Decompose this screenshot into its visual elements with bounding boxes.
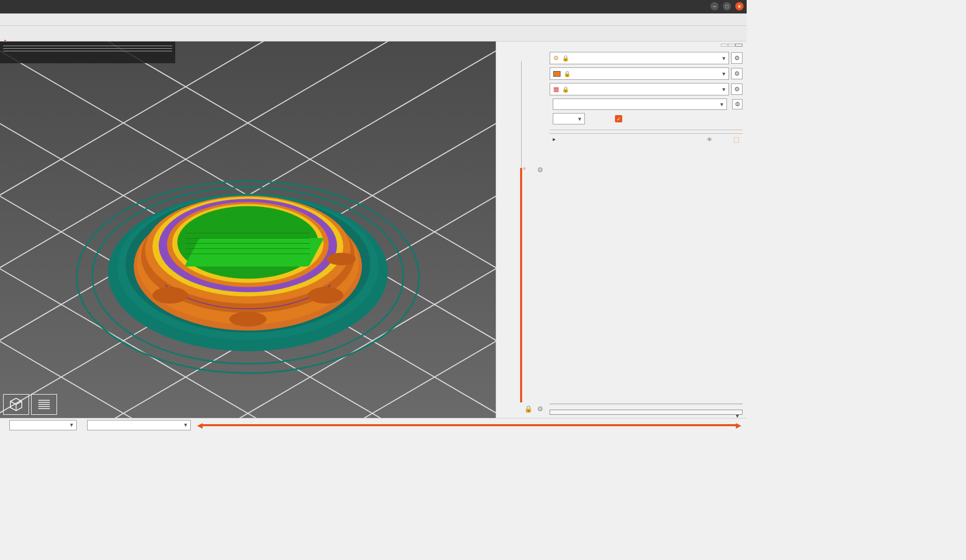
filament-edit-button[interactable]: ⚙ — [731, 68, 743, 79]
menu-configuration[interactable] — [40, 19, 49, 21]
chevron-down-icon[interactable]: ▾ — [736, 412, 739, 418]
mode-expert[interactable] — [735, 44, 743, 47]
menu-help[interactable] — [50, 19, 58, 21]
right-panel: ⚙ 🔒 ▼ ⚙ 🔒 ▼ ⚙ ▦ 🔒 ▼ — [545, 41, 747, 418]
filament-color-swatch — [553, 71, 561, 77]
show-options-select[interactable]: ▼ — [87, 420, 191, 430]
chevron-down-icon: ▼ — [721, 71, 726, 77]
filament-preset-select[interactable]: 🔒 ▼ — [550, 67, 729, 80]
tab-print-settings[interactable] — [16, 34, 18, 41]
sliced-info-panel — [550, 404, 743, 408]
main-tabs — [0, 26, 747, 41]
maximize-button[interactable]: □ — [723, 2, 731, 10]
layer-slider[interactable]: ◦ 🔒 ⚙ ⚙ — [496, 41, 545, 418]
horizontal-move-slider[interactable]: ◀ ▶ — [200, 424, 738, 426]
menu-view[interactable] — [31, 19, 39, 21]
svg-point-36 — [229, 312, 267, 327]
mode-tabs — [550, 44, 743, 47]
3d-viewport[interactable] — [0, 41, 496, 418]
chevron-down-icon: ▼ — [721, 87, 726, 92]
bottom-toolbar: ▼ ▼ ◀ ▶ — [0, 418, 747, 431]
chevron-down-icon: ▼ — [721, 55, 726, 61]
sliced-part-preview — [72, 130, 424, 390]
export-gcode-button[interactable]: ▾ — [550, 410, 743, 415]
menubar — [0, 13, 747, 26]
lock-icon: 🔒 — [562, 55, 569, 62]
svg-point-37 — [327, 253, 356, 265]
menu-window[interactable] — [22, 19, 30, 21]
lock-icon: 🔒 — [564, 71, 571, 77]
slider-gear-icon-2[interactable]: ⚙ — [537, 166, 543, 174]
view-layers-button[interactable] — [31, 394, 57, 415]
chevron-down-icon: ▼ — [577, 116, 582, 122]
close-button[interactable]: × — [735, 2, 744, 10]
minimize-button[interactable]: – — [710, 2, 719, 10]
supports-select[interactable]: ▼ — [553, 99, 727, 110]
printer-preset-select[interactable]: ▦ 🔒 ▼ — [550, 83, 729, 95]
slider-lock-icon[interactable]: 🔒 — [524, 405, 533, 413]
view-iso-button[interactable] — [3, 394, 29, 415]
menu-edit[interactable] — [12, 19, 21, 21]
view-mode-select[interactable]: ▼ — [9, 420, 77, 430]
gear-icon: ⚙ — [553, 54, 559, 62]
feature-legend — [0, 41, 175, 63]
object-row[interactable]: ▸ 👁 ⬚ — [550, 134, 743, 145]
object-settings-icon[interactable]: ⬚ — [733, 135, 739, 143]
infill-select[interactable]: ▼ — [553, 113, 585, 124]
brim-checkbox[interactable]: ✓ — [615, 115, 622, 122]
tab-plater[interactable] — [4, 34, 6, 41]
supports-edit-button[interactable]: ⚙ — [732, 99, 743, 109]
svg-rect-28 — [185, 238, 324, 267]
printer-icon: ▦ — [553, 86, 559, 93]
slider-right-handle[interactable]: ▶ — [736, 421, 741, 429]
svg-point-35 — [308, 287, 343, 304]
lock-icon: 🔒 — [562, 86, 569, 93]
mode-advanced[interactable] — [728, 44, 735, 47]
tab-filament-settings[interactable] — [27, 34, 29, 41]
mode-simple[interactable] — [721, 44, 728, 47]
window-titlebar: – □ × — [0, 0, 747, 13]
print-edit-button[interactable]: ⚙ — [731, 52, 743, 64]
object-list: ▸ 👁 ⬚ — [550, 130, 743, 404]
slider-gear-icon[interactable]: ⚙ — [537, 405, 543, 413]
printer-edit-button[interactable]: ⚙ — [731, 83, 743, 95]
slider-left-handle[interactable]: ◀ — [197, 421, 203, 429]
print-preset-select[interactable]: ⚙ 🔒 ▼ — [550, 52, 729, 64]
slider-upper-handle[interactable]: ◦ — [523, 164, 526, 173]
eye-icon[interactable]: 👁 — [705, 136, 733, 143]
tab-printer-settings[interactable] — [38, 34, 40, 41]
chevron-down-icon: ▼ — [719, 102, 724, 107]
menu-file[interactable] — [3, 19, 11, 21]
svg-point-34 — [152, 287, 188, 304]
